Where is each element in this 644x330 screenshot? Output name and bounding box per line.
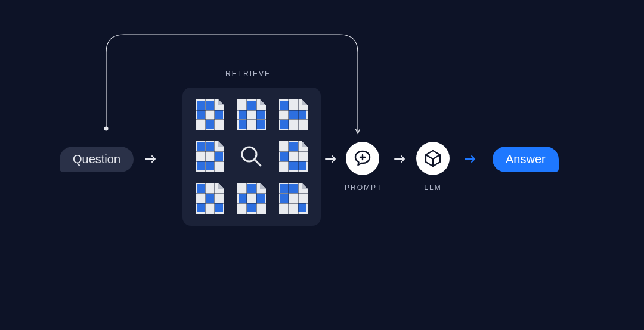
svg-rect-33 [247,203,256,212]
arrow-icon [462,150,479,168]
arrow-icon [391,150,409,168]
svg-rect-32 [256,194,265,203]
svg-rect-11 [280,101,289,110]
svg-rect-9 [239,120,247,129]
svg-rect-8 [256,110,265,119]
svg-rect-34 [280,184,289,193]
svg-rect-24 [289,161,298,170]
document-icon [235,182,268,215]
document-icon [193,140,227,173]
svg-rect-30 [247,184,256,193]
svg-rect-19 [206,161,214,170]
svg-rect-25 [298,161,306,170]
svg-rect-6 [247,101,256,110]
svg-rect-3 [197,110,205,119]
svg-rect-22 [289,142,298,151]
svg-rect-29 [215,203,223,212]
svg-rect-13 [298,110,306,119]
question-label: Question [73,152,120,166]
magnifying-glass-icon [235,140,268,173]
svg-rect-1 [197,101,205,110]
svg-rect-12 [289,110,298,119]
svg-rect-7 [239,110,247,119]
svg-rect-31 [239,194,247,203]
svg-rect-23 [280,152,289,161]
cube-wireframe-icon [423,149,442,168]
arrow-icon [322,150,340,168]
retrieve-label: RETRIEVE [182,70,314,78]
svg-rect-28 [197,203,205,212]
svg-rect-35 [289,184,298,193]
svg-rect-14 [280,120,289,129]
svg-line-21 [255,160,261,166]
svg-rect-27 [206,194,214,203]
question-bubble: Question [60,147,134,172]
svg-rect-4 [215,110,223,119]
chat-plus-icon [353,149,372,168]
document-icon [235,98,268,132]
svg-rect-10 [256,120,265,129]
document-icon [277,98,310,132]
llm-label: LLM [415,183,451,192]
document-icon [193,182,227,215]
document-icon [277,140,310,173]
arrow-icon [142,150,160,168]
document-icon [193,98,227,132]
svg-rect-18 [197,161,205,170]
svg-rect-15 [197,142,205,151]
answer-bubble: Answer [493,147,559,172]
rag-flow-diagram: Question RETRIEVE [0,0,644,330]
answer-label: Answer [506,152,546,166]
svg-rect-16 [206,142,214,151]
svg-rect-2 [206,101,214,110]
prompt-label: PROMPT [345,183,380,192]
retrieve-panel [182,88,321,226]
svg-rect-5 [206,120,214,129]
svg-point-0 [104,127,109,131]
llm-node [416,142,450,175]
svg-rect-36 [280,194,289,203]
svg-rect-26 [197,184,205,193]
document-icon [277,182,310,215]
prompt-node [346,142,379,175]
svg-rect-37 [298,203,306,212]
svg-rect-17 [215,152,223,161]
